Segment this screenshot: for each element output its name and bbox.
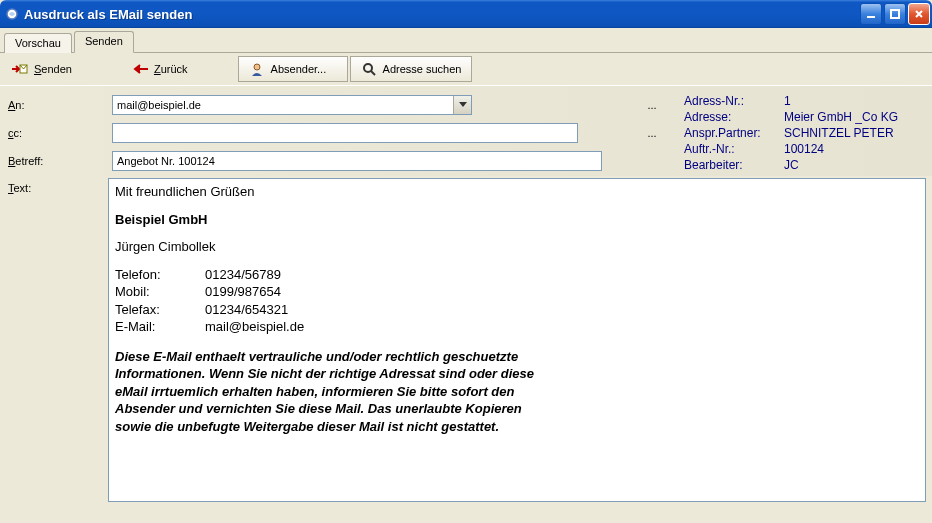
signature-row: Telefon:01234/56789 [115, 266, 308, 284]
signature-value: mail@beispiel.de [205, 318, 308, 336]
body-sender-name: Jürgen Cimbollek [115, 238, 919, 256]
back-button[interactable]: Zurück [122, 56, 198, 82]
close-button[interactable] [908, 3, 930, 25]
to-dropdown-button[interactable] [453, 96, 471, 114]
signature-row: Telefax:01234/654321 [115, 301, 308, 319]
info-key: Adresse: [684, 110, 784, 124]
body-greeting: Mit freundlichen Grüßen [115, 183, 919, 201]
send-button[interactable]: Senden [2, 56, 82, 82]
search-address-button[interactable]: Adresse suchen [350, 56, 473, 82]
svg-point-6 [364, 64, 372, 72]
label-text: Text: [8, 178, 108, 513]
minimize-button[interactable] [860, 3, 882, 25]
info-key: Anspr.Partner: [684, 126, 784, 140]
info-panel: Adress-Nr.:1Adresse:Meier GmbH _Co KGAns… [666, 94, 926, 172]
chevron-down-icon [459, 102, 467, 108]
signature-value: 0199/987654 [205, 283, 308, 301]
svg-rect-2 [891, 10, 899, 18]
back-label: Zurück [154, 63, 188, 75]
send-icon [12, 61, 28, 77]
svg-line-7 [371, 71, 375, 75]
search-icon [361, 61, 377, 77]
title-bar: Ausdruck als EMail senden [0, 0, 932, 28]
window-title: Ausdruck als EMail senden [24, 7, 858, 22]
svg-marker-8 [459, 102, 467, 107]
svg-point-5 [254, 64, 260, 70]
tab-vorschau[interactable]: Vorschau [4, 33, 72, 53]
info-value: SCHNITZEL PETER [784, 126, 926, 140]
info-value: JC [784, 158, 926, 172]
body-company: Beispiel GmbH [115, 211, 919, 229]
form-area: An: ... cc: ... Betreff: Adress-Nr.:1Adr… [0, 85, 932, 176]
body-legal: Diese E-Mail enthaelt vertrauliche und/o… [115, 348, 555, 436]
label-subject: Betreff: [8, 155, 108, 167]
signature-value: 01234/654321 [205, 301, 308, 319]
cc-input[interactable] [112, 123, 578, 143]
send-label: Senden [34, 63, 72, 75]
sender-label: Absender... [271, 63, 327, 75]
body-row: Text: Mit freundlichen Grüßen Beispiel G… [0, 176, 932, 519]
info-value: Meier GmbH _Co KG [784, 110, 926, 124]
info-value: 100124 [784, 142, 926, 156]
to-browse-button[interactable]: ... [642, 95, 662, 115]
tab-senden[interactable]: Senden [74, 31, 134, 53]
svg-rect-1 [867, 16, 875, 18]
info-key: Adress-Nr.: [684, 94, 784, 108]
sender-button[interactable]: Absender... [238, 56, 348, 82]
back-arrow-icon [132, 61, 148, 77]
label-cc: cc: [8, 127, 108, 139]
to-combo[interactable] [112, 95, 472, 115]
signature-row: E-Mail:mail@beispiel.de [115, 318, 308, 336]
signature-key: E-Mail: [115, 318, 205, 336]
signature-key: Telefon: [115, 266, 205, 284]
toolbar: Senden Zurück Absender... Adresse suchen [0, 53, 932, 85]
tab-strip: Vorschau Senden [0, 28, 932, 53]
signature-key: Telefax: [115, 301, 205, 319]
signature-table: Telefon:01234/56789Mobil:0199/987654Tele… [115, 266, 308, 336]
info-key: Bearbeiter: [684, 158, 784, 172]
subject-input[interactable] [112, 151, 602, 171]
label-to: An: [8, 99, 108, 111]
info-key: Auftr.-Nr.: [684, 142, 784, 156]
app-icon [4, 6, 20, 22]
signature-key: Mobil: [115, 283, 205, 301]
signature-value: 01234/56789 [205, 266, 308, 284]
to-input[interactable] [113, 96, 453, 114]
search-label: Adresse suchen [383, 63, 462, 75]
person-icon [249, 61, 265, 77]
signature-row: Mobil:0199/987654 [115, 283, 308, 301]
cc-browse-button[interactable]: ... [642, 123, 662, 143]
body-editor[interactable]: Mit freundlichen Grüßen Beispiel GmbH Jü… [108, 178, 926, 502]
maximize-button[interactable] [884, 3, 906, 25]
info-value: 1 [784, 94, 926, 108]
